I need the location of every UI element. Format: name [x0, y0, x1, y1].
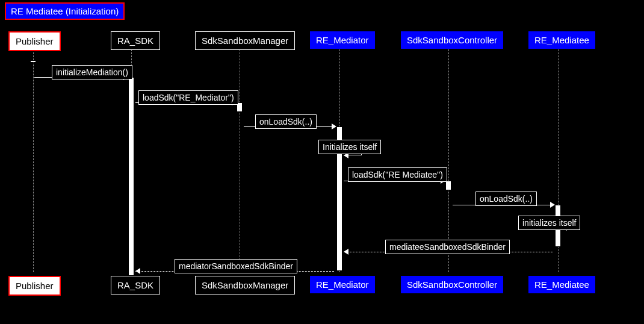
msg-initialize-mediation: initializeMediation() — [52, 65, 132, 79]
msg-mediatee-binder: mediateeSandboxedSdkBinder — [385, 240, 510, 254]
msg-onloadsdk-1: onLoadSdk(..) — [255, 114, 317, 129]
participant-ra-sdk-bottom: RA_SDK — [111, 276, 160, 294]
activation-ra-sdk — [128, 77, 134, 276]
lifeline-sdk-sandbox-controller — [448, 49, 449, 272]
participant-publisher-top: Publisher — [8, 31, 61, 51]
arrow-head-m8 — [344, 249, 348, 255]
participant-ra-sdk-top: RA_SDK — [111, 31, 160, 50]
lifeline-publisher — [33, 49, 34, 272]
arrow-head-m6 — [550, 202, 555, 208]
msg-load-sdk-mediatee: loadSdk("RE Mediatee") — [348, 167, 447, 182]
participant-re-mediator-top: RE_Mediator — [310, 31, 375, 49]
participant-ssc-bottom: SdkSandboxController — [401, 276, 503, 293]
activation-publisher — [30, 60, 36, 63]
msg-load-sdk-mediator: loadSdk("RE_Mediator") — [138, 90, 238, 105]
arrow-head-m3 — [332, 123, 336, 129]
participant-ssc-top: SdkSandboxController — [401, 31, 503, 49]
lifeline-sdk-sandbox-manager — [240, 49, 240, 272]
activation-ssc — [445, 181, 451, 190]
arrow-head-m9 — [135, 268, 140, 274]
msg-initializes-itself-1: Initializes itself — [318, 140, 381, 154]
msg-mediator-binder: mediatorSandboxedSdkBinder — [175, 259, 297, 273]
participant-ssm-bottom: SdkSandboxManager — [195, 276, 295, 294]
participant-publisher-bottom: Publisher — [8, 276, 61, 296]
diagram-title: RE Mediatee (Initialization) — [5, 2, 125, 20]
participant-re-mediator-bottom: RE_Mediator — [310, 276, 375, 293]
participant-re-mediatee-top: RE_Mediatee — [528, 31, 595, 49]
participant-re-mediatee-bottom: RE_Mediatee — [528, 276, 595, 293]
msg-initializes-itself-2: initializes itself — [518, 216, 580, 230]
participant-ssm-top: SdkSandboxManager — [195, 31, 295, 50]
msg-onloadsdk-2: onLoadSdk(..) — [475, 192, 537, 206]
